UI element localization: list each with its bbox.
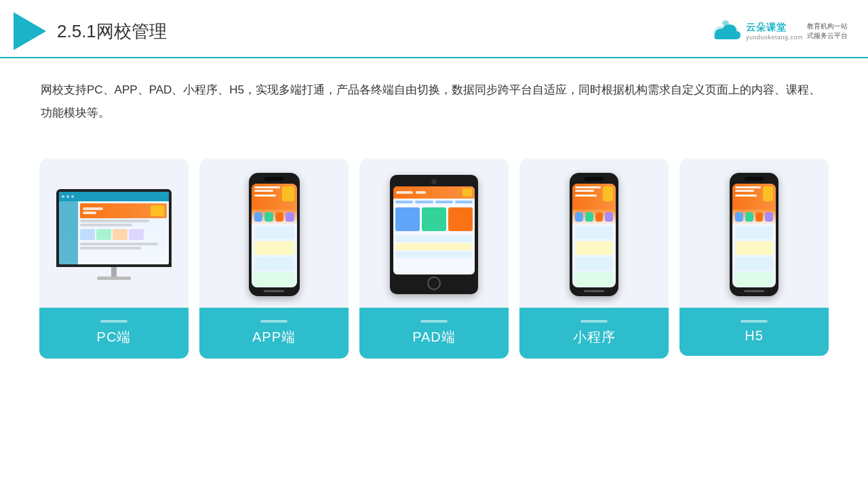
card-pc-image <box>39 159 189 308</box>
description-text: 网校支持PC、APP、PAD、小程序、H5，实现多端打通，产品各终端自由切换，数… <box>0 58 868 131</box>
page-title: 2.5.1网校管理 <box>57 20 167 43</box>
card-app-label: APP端 <box>199 308 349 359</box>
card-h5: H5 <box>679 159 829 356</box>
brand-text-block: 云朵课堂 yunduoketang.com <box>746 22 803 41</box>
h5-phone-mockup <box>730 173 778 296</box>
card-h5-label: H5 <box>679 308 829 356</box>
card-pad: PAD端 <box>359 159 509 359</box>
brand-logo: 云朵课堂 yunduoketang.com 教育机构一站 式服务云平台 <box>709 19 848 43</box>
card-h5-image <box>679 159 829 308</box>
svg-point-2 <box>722 20 729 26</box>
card-miniprogram-image <box>519 159 669 308</box>
cloud-icon <box>709 19 742 43</box>
header-right: 云朵课堂 yunduoketang.com 教育机构一站 式服务云平台 <box>709 19 848 43</box>
card-pad-image <box>359 159 509 308</box>
miniprogram-phone-mockup <box>570 173 618 296</box>
header-left: 2.5.1网校管理 <box>14 12 167 50</box>
pc-device-mockup <box>56 189 172 280</box>
card-app: APP端 <box>199 159 349 359</box>
card-pc-label: PC端 <box>39 308 189 359</box>
card-miniprogram: 小程序 <box>519 159 669 359</box>
brand-tagline: 教育机构一站 式服务云平台 <box>807 22 848 41</box>
header: 2.5.1网校管理 云朵课堂 yunduoketang.com 教育机构一站 <box>0 0 868 58</box>
platform-cards: PC端 <box>0 138 868 372</box>
pad-tablet-mockup <box>390 175 478 294</box>
card-app-image <box>199 159 349 308</box>
app-phone-mockup <box>249 173 300 296</box>
triangle-logo-icon <box>14 12 46 50</box>
card-pad-label: PAD端 <box>359 308 509 359</box>
card-pc: PC端 <box>39 159 189 359</box>
card-miniprogram-label: 小程序 <box>519 308 669 359</box>
